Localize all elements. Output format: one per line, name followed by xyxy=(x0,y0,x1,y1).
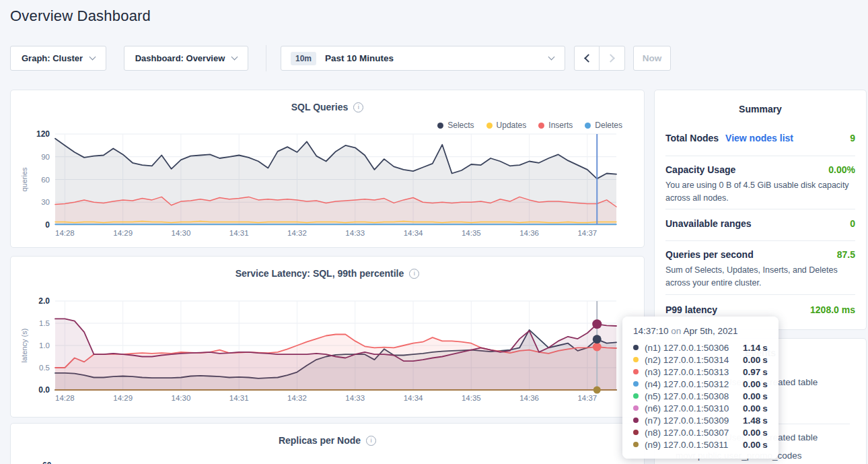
tooltip-node-address: (n6) 127.0.0.1:50310 xyxy=(645,403,743,413)
summary-row-queries-per-second: Queries per second 87.5 xyxy=(665,249,855,260)
summary-panel: Summary Total Nodes View nodes list 9 Ca… xyxy=(654,90,867,330)
tooltip-node-address: (n2) 127.0.0.1:50314 xyxy=(645,355,743,365)
tooltip-node-address: (n4) 127.0.0.1:50312 xyxy=(645,379,743,389)
svg-text:14:34: 14:34 xyxy=(404,394,423,402)
svg-text:2.0: 2.0 xyxy=(38,296,50,306)
series-dot-icon xyxy=(633,405,639,411)
svg-text:60: 60 xyxy=(41,176,50,184)
svg-text:14:29: 14:29 xyxy=(113,394,133,402)
summary-divider xyxy=(665,294,855,295)
summary-divider xyxy=(665,209,855,209)
svg-text:14:28: 14:28 xyxy=(55,229,75,237)
graph-dropdown[interactable]: Graph: Cluster xyxy=(10,46,106,71)
tooltip-node-value: 0.00 xyxy=(743,440,760,450)
tooltip-row-n5: (n5) 127.0.0.1:503080.00s xyxy=(622,390,779,402)
tooltip-node-unit: s xyxy=(762,355,768,365)
svg-text:14:32: 14:32 xyxy=(287,394,307,402)
tooltip-row-n8: (n8) 127.0.0.1:503070.00s xyxy=(622,426,779,438)
svg-text:14:32: 14:32 xyxy=(287,229,307,237)
svg-text:queries: queries xyxy=(20,167,28,192)
svg-text:30: 30 xyxy=(41,198,50,206)
tooltip-node-value: 0.00 xyxy=(743,355,760,365)
summary-value: 87.5 xyxy=(837,249,855,260)
tooltip-node-address: (n3) 127.0.0.1:50313 xyxy=(645,367,743,377)
svg-text:0.0: 0.0 xyxy=(38,385,50,395)
tooltip-timestamp: 14:37:10 on Apr 5th, 2021 xyxy=(633,326,768,336)
series-dot-icon xyxy=(633,345,639,350)
tooltip-row-n2: (n2) 127.0.0.1:503140.00s xyxy=(622,354,779,366)
svg-text:14:37: 14:37 xyxy=(577,229,597,237)
time-next-button[interactable] xyxy=(599,46,625,71)
summary-label: Total Nodes xyxy=(665,133,719,143)
series-dot-icon xyxy=(633,393,639,399)
dashboard-dropdown-label: Dashboard: Overview xyxy=(135,53,225,63)
summary-row-total-nodes: Total Nodes View nodes list 9 xyxy=(665,133,855,143)
series-dot-icon xyxy=(633,418,639,423)
tooltip-node-unit: s xyxy=(762,367,768,377)
series-dot-icon xyxy=(633,381,639,387)
tooltip-node-unit: s xyxy=(762,416,768,426)
svg-text:1.5: 1.5 xyxy=(39,319,50,327)
page-title: Overview Dashboard xyxy=(10,7,151,25)
tooltip-node-list: (n1) 127.0.0.1:503061.14s(n2) 127.0.0.1:… xyxy=(622,341,779,451)
svg-text:14:31: 14:31 xyxy=(229,229,249,237)
tooltip-node-address: (n9) 127.0.0.1:50311 xyxy=(645,440,743,450)
dashboard-dropdown[interactable]: Dashboard: Overview xyxy=(124,46,248,71)
series-dot-icon xyxy=(633,369,639,374)
tooltip-node-value: 0.97 xyxy=(743,367,760,377)
graph-dropdown-label: Graph: Cluster xyxy=(22,53,83,63)
svg-text:14:30: 14:30 xyxy=(172,394,191,402)
chevron-down-icon xyxy=(89,54,96,61)
tooltip-node-address: (n5) 127.0.0.1:50308 xyxy=(645,391,743,401)
now-button[interactable]: Now xyxy=(633,46,671,71)
replicas-chart-header: Replicas per Node i xyxy=(11,435,644,446)
sql-queries-chart-card: SQL Queries i Selects Updates Inserts De… xyxy=(10,90,645,248)
time-range-selector[interactable]: 10m Past 10 Minutes xyxy=(281,46,565,71)
svg-text:14:30: 14:30 xyxy=(172,229,191,237)
svg-text:14:31: 14:31 xyxy=(229,394,249,402)
summary-value: 0.00% xyxy=(828,164,855,175)
time-range-badge: 10m xyxy=(291,52,316,65)
time-range-label: Past 10 Minutes xyxy=(325,53,394,63)
series-dot-icon xyxy=(633,357,639,362)
tooltip-row-n4: (n4) 127.0.0.1:503120.00s xyxy=(622,378,779,390)
svg-text:14:36: 14:36 xyxy=(519,229,539,237)
tooltip-row-n3: (n3) 127.0.0.1:503130.97s xyxy=(622,366,779,378)
summary-row-unavailable-ranges: Unavailable ranges 0 xyxy=(665,218,855,229)
tooltip-node-unit: s xyxy=(762,403,768,413)
controls-divider xyxy=(266,45,266,71)
chevron-down-icon xyxy=(548,54,555,61)
tooltip-node-value: 0.00 xyxy=(743,428,760,438)
tooltip-node-address: (n1) 127.0.0.1:50306 xyxy=(645,343,743,353)
svg-text:14:35: 14:35 xyxy=(462,229,481,237)
replicas-axis-max-label: 60 xyxy=(42,461,51,464)
sql-queries-plot-area[interactable]: 030609012014:2814:2914:3014:3114:3214:33… xyxy=(11,90,644,247)
chevron-down-icon xyxy=(231,54,238,61)
chevron-left-icon xyxy=(584,54,593,63)
summary-divider xyxy=(665,240,855,241)
svg-text:90: 90 xyxy=(41,153,50,161)
info-icon[interactable]: i xyxy=(366,436,376,446)
svg-text:14:29: 14:29 xyxy=(113,229,133,237)
svg-text:14:33: 14:33 xyxy=(345,229,365,237)
tooltip-node-value: 0.00 xyxy=(743,379,760,389)
tooltip-row-n6: (n6) 127.0.0.1:503100.00s xyxy=(622,402,779,414)
summary-value: 0 xyxy=(850,218,855,229)
service-latency-plot-area[interactable]: 0.00.51.01.52.014:2814:2914:3014:3114:32… xyxy=(11,257,644,417)
view-nodes-list-link[interactable]: View nodes list xyxy=(725,133,793,143)
tooltip-row-n7: (n7) 127.0.0.1:503091.48s xyxy=(622,414,779,426)
summary-description: Sum of Selects, Updates, Inserts, and De… xyxy=(665,264,859,290)
svg-text:latency (s): latency (s) xyxy=(20,329,28,363)
chart-title: Replicas per Node xyxy=(279,435,361,446)
tooltip-node-unit: s xyxy=(762,379,768,389)
summary-label: Unavailable ranges xyxy=(665,218,752,229)
tooltip-node-value: 0.00 xyxy=(743,391,760,401)
series-dot-icon xyxy=(633,430,639,435)
tooltip-node-unit: s xyxy=(762,391,768,401)
tooltip-node-unit: s xyxy=(762,343,768,353)
svg-text:120: 120 xyxy=(36,129,50,139)
tooltip-node-unit: s xyxy=(762,440,768,450)
tooltip-node-value: 0.00 xyxy=(743,403,760,413)
time-prev-button[interactable] xyxy=(574,46,600,71)
summary-label: Queries per second xyxy=(665,249,754,260)
